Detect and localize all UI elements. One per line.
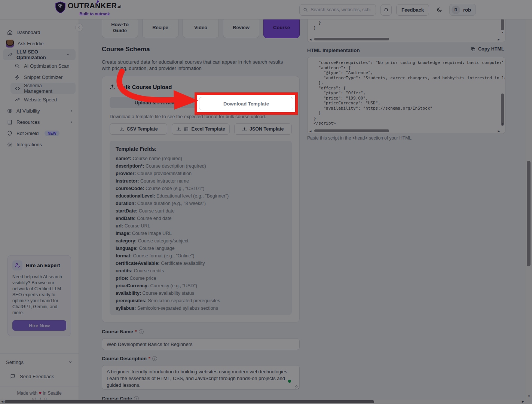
download-template-button[interactable]: Download Template [199, 97, 293, 110]
tutorial-highlight-box: Download Template [195, 92, 298, 115]
tutorial-arrow-annotation [111, 68, 205, 114]
page: Dashboard Ask Freddie LLM SEO Optimizati… [0, 0, 532, 404]
tutorial-dim-overlay [0, 0, 532, 404]
